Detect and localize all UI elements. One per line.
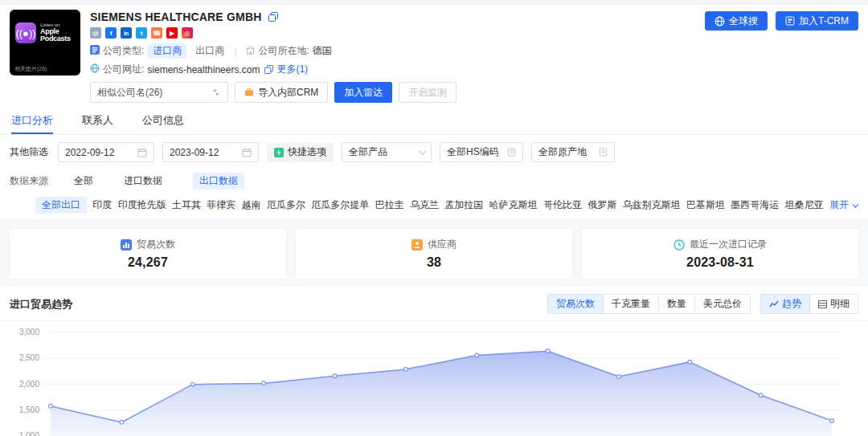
hs-code-select[interactable]: 全部HS编码 [440, 142, 523, 162]
product-select[interactable]: 全部产品 [342, 142, 432, 162]
filter-bar: 其他筛选 2022-09-12 2023-09-12 快捷选项 全部产品 全部H… [0, 135, 868, 169]
quick-options-icon [274, 148, 284, 157]
country-all-export[interactable]: 全部出口 [35, 197, 87, 214]
tab-import-analysis[interactable]: 进口分析 [11, 113, 53, 134]
stat-value: 2023-08-31 [686, 255, 754, 270]
country-turkey[interactable]: 土耳其 [172, 198, 201, 212]
metric-toggle-group: 贸易次数 千克重量 数量 美元总价 [547, 294, 751, 314]
youtube-icon[interactable]: ▶ [166, 27, 178, 39]
view-toggle-group: 趋势 明细 [760, 294, 858, 314]
globe-icon [90, 63, 100, 75]
tab-company-info[interactable]: 公司信息 [142, 113, 184, 134]
country-ecuador-bol[interactable]: 厄瓜多尔提单 [311, 198, 369, 212]
expand-link[interactable]: 展开 [829, 198, 857, 212]
list-icon [507, 148, 516, 157]
company-image[interactable]: ((●)) Listen on Apple Podcasts 相关图片(26) [10, 10, 80, 75]
svg-text:2,500: 2,500 [19, 353, 39, 362]
add-radar-button[interactable]: 加入雷达 [334, 82, 392, 103]
company-type-icon [90, 45, 100, 57]
chart-title: 进口贸易趋势 [10, 297, 547, 312]
instagram-icon[interactable]: ◎ [182, 27, 193, 39]
website-url[interactable]: siemens-healthineers.com [147, 64, 260, 75]
metric-kg-weight[interactable]: 千克重量 [603, 294, 659, 314]
line-chart-icon [769, 300, 779, 308]
supplier-icon [411, 239, 423, 251]
metric-quantity[interactable]: 数量 [658, 294, 695, 314]
similar-company-input[interactable]: 相似公司名(26) [90, 82, 228, 103]
tab-contacts[interactable]: 联系人 [82, 113, 113, 134]
country-russia[interactable]: 俄罗斯 [588, 198, 616, 212]
stat-card-last-import: 最近一次进口记录 2023-08-31 [582, 229, 858, 279]
apple-podcasts-badge: Listen on Apple Podcasts [40, 22, 77, 43]
start-monitor-button[interactable]: 开启监测 [399, 82, 457, 103]
view-trend[interactable]: 趋势 [760, 294, 810, 314]
country-uzbekistan[interactable]: 乌兹别克斯坦 [623, 198, 681, 212]
website-icon[interactable]: @ [90, 27, 101, 39]
location-value: 德国 [313, 44, 332, 58]
country-india-preview[interactable]: 印度抢先版 [118, 198, 166, 212]
data-source-label: 数据来源 [10, 174, 48, 188]
country-bangladesh[interactable]: 孟加拉国 [444, 198, 483, 212]
data-source-row: 数据来源 全部 进口数据 出口数据 [0, 169, 868, 191]
country-mexico-sea[interactable]: 墨西哥海运 [731, 198, 779, 212]
company-type-label: 公司类型: [103, 44, 144, 58]
country-ecuador[interactable]: 厄瓜多尔 [267, 198, 305, 212]
country-philippines[interactable]: 菲律宾 [207, 198, 235, 212]
country-kazakhstan[interactable]: 哈萨克斯坦 [489, 198, 538, 212]
source-all[interactable]: 全部 [74, 174, 93, 188]
table-icon [818, 300, 827, 308]
add-tcrm-button[interactable]: 加入T-CRM [776, 11, 858, 31]
country-india[interactable]: 印度 [92, 198, 112, 212]
stats-section: 贸易次数 24,267 供应商 38 最近一次进口记录 2023-08-31 [0, 221, 868, 287]
location-icon [246, 46, 255, 57]
metric-usd-total[interactable]: 美元总价 [694, 294, 751, 314]
linkedin-icon[interactable]: in [121, 27, 132, 39]
company-name: SIEMENS HEALTHCARE GMBH [90, 10, 262, 23]
list-icon [599, 148, 608, 157]
stat-label: 贸易次数 [137, 238, 175, 251]
date-from-input[interactable]: 2022-09-12 [58, 142, 154, 162]
divider: | [234, 46, 236, 57]
more-link[interactable]: 更多(1) [276, 63, 308, 76]
country-pakistan[interactable]: 巴基斯坦 [686, 198, 725, 212]
location-label: 公司所在地: [258, 44, 309, 58]
global-search-button[interactable]: 全球搜 [705, 11, 768, 31]
stat-value: 38 [427, 255, 441, 270]
copy-icon[interactable] [268, 12, 278, 22]
svg-text:2,000: 2,000 [19, 380, 39, 389]
facebook-icon[interactable]: f [105, 27, 117, 39]
origin-select[interactable]: 全部原产地 [531, 142, 615, 162]
import-crm-button[interactable]: 导入内部CRM [235, 82, 328, 103]
svg-text:3,000: 3,000 [19, 328, 39, 336]
twitter-icon[interactable]: t [136, 27, 147, 39]
calendar-icon [242, 148, 252, 157]
trend-chart[interactable]: 05001,0001,5002,0002,5003,0002022-092022… [0, 321, 868, 436]
image-caption: 相关图片(26) [14, 65, 47, 73]
country-vietnam[interactable]: 越南 [242, 198, 261, 212]
svg-text:1,000: 1,000 [19, 431, 39, 436]
svg-text:1,500: 1,500 [19, 405, 39, 414]
country-paraguay[interactable]: 巴拉圭 [375, 198, 404, 212]
country-ukraine[interactable]: 乌克兰 [410, 198, 439, 212]
metric-trade-count[interactable]: 贸易次数 [547, 294, 604, 314]
country-filter-row: 全部出口 印度 印度抢先版 土耳其 菲律宾 越南 厄瓜多尔 厄瓜多尔提单 巴拉圭… [0, 191, 868, 221]
view-detail[interactable]: 明细 [809, 294, 858, 314]
source-import-data[interactable]: 进口数据 [124, 174, 162, 188]
type-importer-chip[interactable]: 进口商 [147, 43, 187, 59]
phone-icon[interactable]: ☎ [151, 27, 162, 39]
bar-chart-icon [121, 239, 132, 251]
copy-url-icon[interactable] [264, 65, 273, 74]
source-export-data[interactable]: 出口数据 [193, 173, 244, 189]
stat-value: 24,267 [128, 255, 168, 270]
stat-card-suppliers: 供应商 38 [296, 229, 572, 279]
type-exporter[interactable]: 出口商 [195, 44, 224, 58]
chevron-down-icon [852, 201, 858, 207]
date-to-input[interactable]: 2023-09-12 [162, 142, 259, 162]
country-tanzania[interactable]: 坦桑尼亚 [785, 198, 824, 212]
calendar-icon [137, 148, 147, 157]
other-filter-label: 其他筛选 [10, 145, 48, 159]
country-colombia[interactable]: 哥伦比亚 [543, 198, 582, 212]
quick-options-button[interactable]: 快捷选项 [267, 143, 334, 162]
website-label: 公司网址: [103, 63, 144, 76]
globe-search-icon [714, 16, 725, 26]
